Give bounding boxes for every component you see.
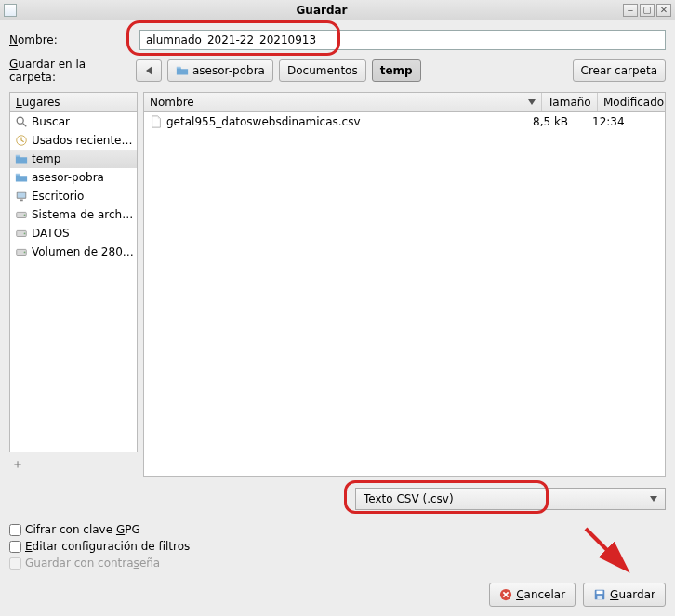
close-button[interactable]: ✕ bbox=[656, 4, 671, 17]
minimize-button[interactable]: ‒ bbox=[623, 4, 638, 17]
save-password-checkbox: Guardar con contraseña bbox=[9, 557, 666, 570]
place-item-label: asesor-pobra bbox=[32, 171, 104, 184]
svg-line-1 bbox=[23, 124, 27, 127]
svg-rect-16 bbox=[597, 596, 602, 599]
svg-point-11 bbox=[24, 252, 26, 254]
drive-icon bbox=[15, 227, 28, 240]
create-folder-label: Crear carpeta bbox=[581, 64, 657, 77]
svg-point-0 bbox=[17, 117, 23, 124]
place-item[interactable]: asesor-pobra bbox=[10, 168, 137, 187]
clock-icon bbox=[15, 134, 28, 147]
path-segment-label: asesor-pobra bbox=[192, 64, 265, 77]
places-header[interactable]: Lugares bbox=[9, 92, 138, 112]
place-item-label: Buscar bbox=[32, 115, 70, 128]
window-icon bbox=[4, 4, 17, 17]
path-segment-label: temp bbox=[380, 64, 413, 77]
remove-bookmark-button[interactable]: — bbox=[32, 456, 45, 473]
svg-point-9 bbox=[24, 233, 26, 235]
window-title: Guardar bbox=[20, 4, 623, 17]
path-back-button[interactable] bbox=[136, 59, 162, 82]
file-icon bbox=[150, 115, 163, 128]
folder-icon bbox=[15, 152, 28, 165]
place-item-label: temp bbox=[32, 152, 60, 165]
path-segment-0[interactable]: asesor-pobra bbox=[167, 59, 273, 82]
add-bookmark-button[interactable]: ＋ bbox=[11, 456, 24, 473]
file-size: 8,5 kB bbox=[533, 115, 589, 128]
maximize-button[interactable]: ▢ bbox=[640, 4, 655, 17]
chevron-left-icon bbox=[146, 66, 152, 75]
file-row[interactable]: getal955_datoswebsdinamicas.csv8,5 kB12:… bbox=[144, 112, 665, 131]
chevron-down-icon bbox=[650, 496, 657, 502]
place-item[interactable]: Volumen de 280… bbox=[10, 242, 137, 261]
save-icon bbox=[593, 588, 606, 601]
file-modified: 12:34 bbox=[592, 115, 659, 128]
folder-icon bbox=[15, 171, 28, 184]
svg-rect-15 bbox=[597, 591, 603, 595]
svg-point-7 bbox=[24, 215, 26, 216]
drive-icon bbox=[15, 208, 28, 221]
cancel-icon bbox=[499, 588, 512, 601]
sort-indicator-icon bbox=[528, 99, 536, 105]
place-item-label: Usados reciente… bbox=[32, 134, 132, 147]
column-header-size[interactable]: Tamaño bbox=[542, 93, 598, 111]
edit-filters-checkbox[interactable]: Editar configuración de filtros bbox=[9, 540, 666, 553]
path-segment-2[interactable]: temp bbox=[372, 59, 421, 82]
places-list: BuscarUsados reciente…tempasesor-pobraEs… bbox=[9, 112, 138, 452]
path-segment-1[interactable]: Documentos bbox=[279, 59, 366, 82]
create-folder-button[interactable]: Crear carpeta bbox=[573, 59, 666, 82]
svg-rect-4 bbox=[18, 193, 26, 198]
encrypt-gpg-checkbox[interactable]: Cifrar con clave GPG bbox=[9, 523, 666, 536]
file-name: getal955_datoswebsdinamicas.csv bbox=[166, 115, 361, 128]
place-item-label: Escritorio bbox=[32, 190, 84, 203]
place-item-label: Sistema de arch… bbox=[32, 208, 133, 221]
place-item-label: DATOS bbox=[32, 227, 70, 240]
save-button[interactable]: Guardar bbox=[583, 583, 666, 607]
cancel-button[interactable]: Cancelar bbox=[489, 583, 576, 607]
place-item[interactable]: Usados reciente… bbox=[10, 131, 137, 150]
column-header-modified[interactable]: Modificado bbox=[598, 93, 665, 111]
search-icon bbox=[15, 115, 28, 128]
desktop-icon bbox=[15, 190, 28, 203]
place-item[interactable]: Escritorio bbox=[10, 187, 137, 205]
place-item[interactable]: Buscar bbox=[10, 112, 137, 131]
folder-icon bbox=[176, 64, 189, 77]
drive-icon bbox=[15, 245, 28, 258]
path-segment-label: Documentos bbox=[287, 64, 358, 77]
place-item[interactable]: DATOS bbox=[10, 224, 137, 242]
filetype-label: Texto CSV (.csv) bbox=[364, 492, 454, 505]
file-list[interactable]: getal955_datoswebsdinamicas.csv8,5 kB12:… bbox=[143, 112, 666, 477]
svg-rect-5 bbox=[20, 200, 23, 202]
filename-input[interactable] bbox=[139, 30, 666, 50]
filetype-dropdown[interactable]: Texto CSV (.csv) bbox=[355, 488, 666, 510]
place-item[interactable]: Sistema de arch… bbox=[10, 205, 137, 224]
column-header-name[interactable]: Nombre bbox=[144, 93, 542, 111]
place-item[interactable]: temp bbox=[10, 150, 137, 168]
folder-label: Guardar en la carpeta: bbox=[9, 58, 130, 84]
name-label: Nombre: bbox=[9, 33, 130, 46]
place-item-label: Volumen de 280… bbox=[32, 245, 134, 258]
